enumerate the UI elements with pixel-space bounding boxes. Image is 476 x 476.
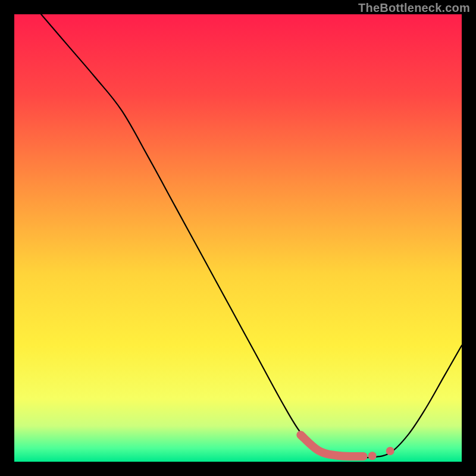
highlight-point [368, 452, 377, 460]
chart-frame [14, 14, 462, 462]
chart-background [14, 14, 462, 462]
watermark-text: TheBottleneck.com [358, 1, 470, 15]
chart-svg [14, 14, 462, 462]
highlight-point [386, 447, 394, 455]
